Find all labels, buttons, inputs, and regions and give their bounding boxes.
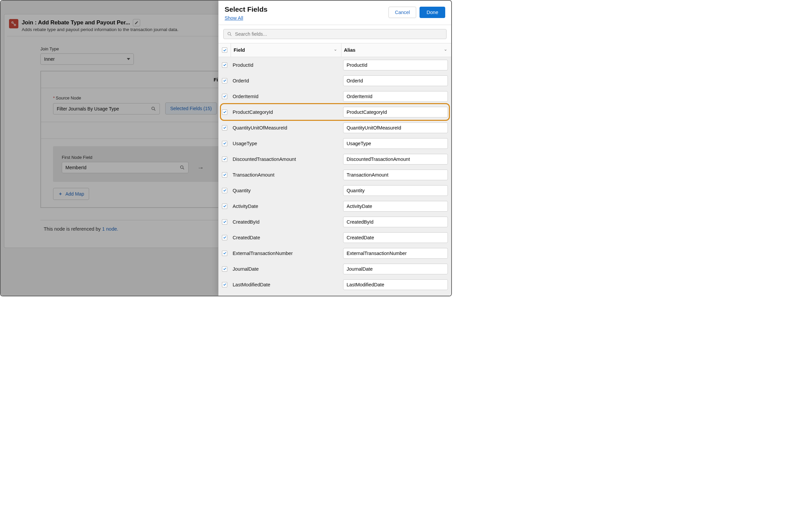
alias-input[interactable] — [343, 107, 448, 118]
field-name: OrderId — [231, 78, 341, 83]
field-name: CreatedDate — [231, 235, 341, 240]
field-row: ExternalTransactionNumber — [219, 245, 451, 261]
show-all-link[interactable]: Show All — [225, 15, 243, 21]
alias-input[interactable] — [343, 279, 448, 290]
field-checkbox[interactable] — [222, 78, 227, 83]
search-input[interactable] — [235, 31, 443, 37]
field-row: OrderId — [219, 73, 451, 89]
field-checkbox[interactable] — [222, 266, 227, 272]
field-checkbox[interactable] — [222, 141, 227, 146]
alias-input[interactable] — [343, 138, 448, 149]
field-name: ProductCategoryId — [231, 109, 341, 115]
alias-input[interactable] — [343, 122, 448, 133]
field-checkbox[interactable] — [222, 172, 227, 178]
field-row: OrderItemId — [219, 89, 451, 104]
search-icon — [227, 31, 232, 37]
alias-input[interactable] — [343, 154, 448, 165]
field-row: ActivityDate — [219, 198, 451, 214]
select-fields-modal: Select Fields Show All Cancel Done Field… — [218, 1, 451, 296]
chevron-down-icon — [334, 48, 337, 52]
col-alias-label: Alias — [344, 47, 356, 53]
field-row: CreatedDate — [219, 230, 451, 245]
field-checkbox[interactable] — [222, 62, 227, 68]
svg-point-4 — [228, 32, 231, 35]
col-alias-header[interactable]: Alias — [341, 43, 452, 57]
search-field[interactable] — [223, 29, 446, 39]
field-checkbox[interactable] — [222, 156, 227, 162]
alias-input[interactable] — [343, 75, 448, 86]
alias-input[interactable] — [343, 91, 448, 102]
field-row: LastModifiedDate — [219, 277, 451, 292]
field-name: ActivityDate — [231, 203, 341, 209]
field-name: QuantityUnitOfMeasureId — [231, 125, 341, 131]
field-checkbox[interactable] — [222, 282, 227, 287]
field-name: Quantity — [231, 188, 341, 193]
alias-input[interactable] — [343, 232, 448, 243]
col-field-label: Field — [234, 47, 245, 53]
field-checkbox[interactable] — [222, 250, 227, 256]
field-checkbox[interactable] — [222, 203, 227, 209]
alias-input[interactable] — [343, 264, 448, 274]
field-row: ProductCategoryId — [219, 104, 451, 120]
field-row: JournalDate — [219, 261, 451, 277]
field-row: UsageType — [219, 136, 451, 151]
modal-header: Select Fields Show All Cancel Done — [219, 1, 451, 25]
field-row: TransactionAmount — [219, 167, 451, 183]
field-checkbox[interactable] — [222, 125, 227, 131]
table-header: Field Alias — [219, 43, 451, 57]
field-name: JournalDate — [231, 266, 341, 272]
done-button[interactable]: Done — [419, 7, 445, 18]
field-checkbox[interactable] — [222, 235, 227, 240]
alias-input[interactable] — [343, 248, 448, 259]
field-checkbox[interactable] — [222, 219, 227, 225]
field-name: LastModifiedDate — [231, 282, 341, 287]
modal-title: Select Fields — [225, 5, 267, 13]
alias-input[interactable] — [343, 185, 448, 196]
field-checkbox[interactable] — [222, 188, 227, 193]
chevron-down-icon — [444, 48, 447, 52]
field-name: OrderItemId — [231, 94, 341, 99]
select-all-checkbox[interactable] — [222, 47, 227, 53]
alias-input[interactable] — [343, 201, 448, 212]
field-name: TransactionAmount — [231, 172, 341, 178]
field-rows: ProductIdOrderIdOrderItemIdProductCatego… — [219, 57, 451, 296]
field-name: DiscountedTrasactionAmount — [231, 156, 341, 162]
alias-input[interactable] — [343, 60, 448, 71]
field-name: ProductId — [231, 62, 341, 68]
cancel-button[interactable]: Cancel — [388, 7, 416, 18]
field-checkbox[interactable] — [222, 109, 227, 115]
field-checkbox[interactable] — [222, 94, 227, 99]
col-field-header[interactable]: Field — [231, 43, 341, 57]
field-row: QuantityUnitOfMeasureId — [219, 120, 451, 136]
field-name: CreatedById — [231, 219, 341, 225]
field-name: UsageType — [231, 141, 341, 146]
field-row: Quantity — [219, 183, 451, 198]
alias-input[interactable] — [343, 217, 448, 227]
alias-input[interactable] — [343, 169, 448, 180]
field-row: ProductId — [219, 57, 451, 73]
field-row: CreatedById — [219, 214, 451, 230]
field-row: DiscountedTrasactionAmount — [219, 151, 451, 167]
field-name: ExternalTransactionNumber — [231, 250, 341, 256]
